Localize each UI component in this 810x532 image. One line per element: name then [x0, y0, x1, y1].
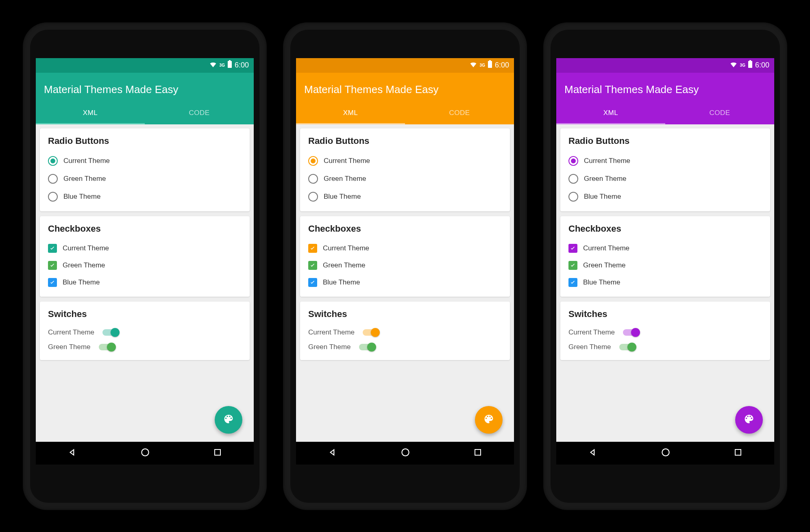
switch-title: Switches	[308, 309, 502, 319]
radio-current[interactable]	[308, 156, 318, 166]
checkbox-card: Checkboxes Current Theme Green Theme Blu…	[300, 216, 510, 297]
fab-palette[interactable]	[735, 406, 763, 434]
radio-blue[interactable]	[568, 192, 578, 202]
switch-row-green[interactable]: Green Theme	[48, 340, 242, 354]
tab-code[interactable]: CODE	[665, 103, 774, 124]
fab-palette[interactable]	[475, 406, 503, 434]
radio-row-current[interactable]: Current Theme	[308, 152, 502, 170]
checkbox-green-label: Green Theme	[63, 261, 105, 269]
checkbox-green-label: Green Theme	[583, 261, 626, 269]
nav-recent[interactable]	[213, 447, 222, 459]
radio-row-green[interactable]: Green Theme	[48, 170, 242, 188]
switch-current[interactable]	[102, 329, 119, 336]
app-title: Material Themes Made Easy	[304, 83, 438, 96]
radio-green[interactable]	[308, 174, 318, 184]
checkbox-blue[interactable]	[568, 278, 577, 287]
switch-row-current[interactable]: Current Theme	[568, 325, 762, 340]
nav-home[interactable]	[140, 447, 150, 459]
nav-back[interactable]	[588, 447, 598, 459]
checkbox-row-blue[interactable]: Blue Theme	[308, 274, 502, 291]
android-navbar	[36, 442, 254, 465]
nav-recent[interactable]	[473, 447, 483, 459]
switch-title: Switches	[568, 309, 762, 319]
checkbox-row-current[interactable]: Current Theme	[308, 240, 502, 257]
tab-xml[interactable]: XML	[296, 103, 405, 124]
svg-rect-1	[229, 60, 231, 61]
clock: 6:00	[495, 61, 509, 69]
checkbox-current[interactable]	[308, 244, 317, 253]
switch-row-current[interactable]: Current Theme	[308, 325, 502, 340]
radio-blue[interactable]	[308, 192, 318, 202]
checkbox-blue-label: Blue Theme	[323, 278, 360, 287]
android-navbar	[556, 442, 774, 465]
tab-code[interactable]: CODE	[405, 103, 514, 124]
radio-row-blue[interactable]: Blue Theme	[568, 188, 762, 206]
radio-row-current[interactable]: Current Theme	[568, 152, 762, 170]
switch-row-current[interactable]: Current Theme	[48, 325, 242, 340]
checkbox-row-green[interactable]: Green Theme	[568, 257, 762, 274]
checkbox-title: Checkboxes	[308, 224, 502, 234]
content-area: Radio Buttons Current Theme Green Theme …	[36, 124, 254, 441]
radio-blue[interactable]	[48, 192, 58, 202]
radio-row-green[interactable]: Green Theme	[568, 170, 762, 188]
checkbox-row-current[interactable]: Current Theme	[48, 240, 242, 257]
checkbox-row-blue[interactable]: Blue Theme	[568, 274, 762, 291]
phone-frame-teal: 3G 6:00 Material Themes Made Easy XML CO…	[23, 22, 267, 510]
checkbox-green[interactable]	[568, 261, 577, 270]
battery-icon	[227, 60, 232, 70]
radio-row-current[interactable]: Current Theme	[48, 152, 242, 170]
switch-green-label: Green Theme	[48, 343, 91, 351]
checkbox-title: Checkboxes	[568, 224, 762, 234]
switch-row-green[interactable]: Green Theme	[568, 340, 762, 354]
tab-code[interactable]: CODE	[145, 103, 254, 124]
switch-green[interactable]	[619, 344, 636, 350]
phone-screen: 3G 6:00 Material Themes Made Easy XML CO…	[36, 58, 254, 465]
checkbox-row-blue[interactable]: Blue Theme	[48, 274, 242, 291]
checkbox-green[interactable]	[308, 261, 317, 270]
switch-current[interactable]	[623, 329, 639, 336]
checkbox-title: Checkboxes	[48, 224, 242, 234]
checkbox-green[interactable]	[48, 261, 57, 270]
nav-recent[interactable]	[733, 447, 743, 459]
nav-back[interactable]	[327, 447, 338, 459]
radio-row-blue[interactable]: Blue Theme	[48, 188, 242, 206]
checkbox-current-label: Current Theme	[63, 244, 109, 252]
radio-green[interactable]	[568, 174, 578, 184]
android-navbar	[296, 442, 514, 465]
svg-rect-5	[489, 60, 491, 61]
nav-home[interactable]	[660, 447, 671, 459]
nav-back[interactable]	[67, 447, 78, 459]
checkbox-row-current[interactable]: Current Theme	[568, 240, 762, 257]
tab-code-label: CODE	[189, 109, 209, 117]
tab-bar: XML CODE	[296, 103, 514, 124]
fab-palette[interactable]	[215, 406, 242, 434]
radio-row-green[interactable]: Green Theme	[308, 170, 502, 188]
checkbox-current[interactable]	[48, 244, 57, 253]
radio-row-blue[interactable]: Blue Theme	[308, 188, 502, 206]
tab-xml[interactable]: XML	[36, 103, 145, 124]
palette-icon	[743, 413, 755, 426]
checkbox-blue[interactable]	[48, 278, 57, 287]
app-bar: Material Themes Made Easy	[296, 73, 514, 103]
switch-green[interactable]	[359, 344, 375, 350]
palette-icon	[483, 413, 494, 426]
battery-icon	[488, 60, 492, 70]
nav-home[interactable]	[400, 447, 411, 459]
phone-screen: 3G 6:00 Material Themes Made Easy XML CO…	[556, 58, 774, 465]
switch-green[interactable]	[99, 344, 115, 350]
checkbox-blue[interactable]	[308, 278, 317, 287]
switch-row-green[interactable]: Green Theme	[308, 340, 502, 354]
checkbox-row-green[interactable]: Green Theme	[308, 257, 502, 274]
checkbox-current[interactable]	[568, 244, 577, 253]
svg-rect-9	[749, 60, 751, 61]
checkbox-blue-label: Blue Theme	[583, 278, 620, 287]
svg-rect-0	[228, 61, 232, 68]
switch-current[interactable]	[363, 329, 379, 336]
checkbox-row-green[interactable]: Green Theme	[48, 257, 242, 274]
tab-xml[interactable]: XML	[556, 103, 665, 124]
radio-current[interactable]	[48, 156, 58, 166]
radio-current[interactable]	[568, 156, 578, 166]
radio-card: Radio Buttons Current Theme Green Theme …	[40, 128, 250, 211]
radio-green[interactable]	[48, 174, 58, 184]
phone-frame-purple: 3G 6:00 Material Themes Made Easy XML CO…	[543, 22, 787, 510]
